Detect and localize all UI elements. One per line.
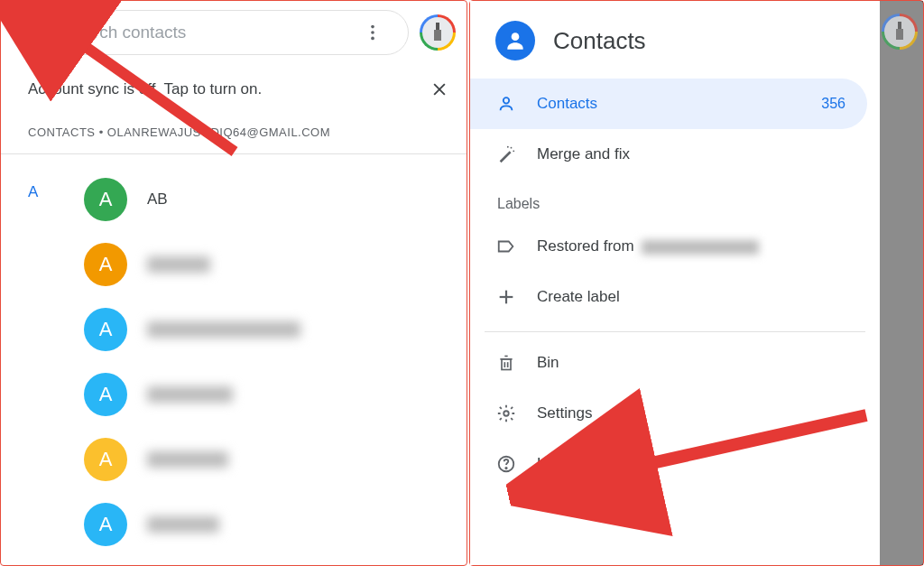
trash-icon [495, 352, 517, 374]
nav-label-restored[interactable]: Restored from [470, 221, 867, 272]
contact-row[interactable]: A [1, 232, 467, 297]
svg-rect-11 [896, 29, 903, 40]
contacts-main-view: Search contacts Account sync is off. Tap… [0, 0, 467, 566]
contact-row[interactable]: A [1, 427, 467, 492]
nav-merge-label: Merge and fix [537, 145, 845, 163]
plus-icon [495, 286, 517, 308]
svg-point-5 [371, 37, 374, 41]
svg-point-4 [371, 31, 374, 34]
contact-avatar: A [84, 373, 127, 416]
contact-name-redacted [147, 386, 233, 403]
svg-rect-19 [502, 359, 511, 370]
nav-bin-label: Bin [537, 354, 845, 372]
contact-name-redacted [147, 321, 300, 338]
contact-name-redacted [147, 516, 219, 533]
nav-bin[interactable]: Bin [470, 338, 867, 388]
sync-notice-bar[interactable]: Account sync is off. Tap to turn on. [1, 64, 467, 107]
svg-rect-7 [434, 30, 441, 41]
help-icon [495, 453, 517, 475]
nav-contacts-label: Contacts [537, 95, 801, 113]
sync-message: Account sync is off. Tap to turn on. [28, 80, 262, 98]
svg-point-12 [512, 32, 520, 41]
svg-point-3 [371, 25, 374, 29]
contact-avatar: A [84, 438, 127, 481]
svg-point-24 [504, 411, 509, 416]
search-bar-row: Search contacts [1, 1, 467, 64]
nav-help-label: Help & feedback [537, 455, 845, 473]
nav-contacts-count: 356 [821, 96, 845, 112]
svg-point-15 [513, 150, 514, 152]
scrim-overlay[interactable] [878, 1, 923, 565]
contact-row[interactable]: AAB [1, 167, 467, 232]
contact-name-redacted [147, 451, 228, 468]
search-pill[interactable]: Search contacts [12, 10, 409, 55]
nav-merge-fix[interactable]: Merge and fix [470, 129, 867, 180]
svg-point-26 [505, 468, 506, 469]
contact-avatar: A [84, 503, 127, 546]
contact-name: AB [147, 190, 168, 209]
contact-row[interactable]: A [1, 297, 467, 362]
contacts-app-icon [495, 21, 535, 60]
drawer-header: Contacts [470, 8, 880, 79]
hamburger-icon[interactable] [25, 22, 47, 43]
svg-point-13 [504, 97, 509, 103]
nav-settings-label: Settings [537, 404, 845, 422]
profile-avatar-dimmed [882, 14, 918, 50]
contact-row[interactable]: A [1, 492, 467, 557]
svg-point-16 [507, 146, 509, 148]
wand-icon [495, 144, 517, 165]
label-icon [495, 236, 517, 257]
drawer-title: Contacts [553, 27, 646, 55]
contact-avatar: A [84, 308, 127, 351]
labels-section-header: Labels [470, 180, 880, 221]
svg-point-14 [511, 147, 513, 149]
contact-row[interactable]: A [1, 362, 467, 427]
svg-rect-10 [898, 22, 901, 29]
nav-help[interactable]: Help & feedback [470, 439, 867, 489]
nav-contacts[interactable]: Contacts 356 [470, 79, 867, 129]
contact-avatar: A [84, 178, 127, 221]
account-line: CONTACTS • OLANREWAJUSODIQ64@GMAIL.COM [1, 107, 467, 153]
divider [485, 331, 865, 332]
contact-avatar: A [84, 243, 127, 286]
nav-drawer-view: Contacts Contacts 356 Merge and fix Labe… [469, 0, 924, 566]
person-icon [495, 93, 517, 115]
svg-rect-6 [436, 23, 439, 30]
search-placeholder: Search contacts [63, 23, 350, 42]
nav-label-restored-text: Restored from [537, 237, 845, 255]
more-vert-icon[interactable] [363, 23, 383, 42]
gear-icon [495, 403, 517, 424]
index-letter: A [28, 183, 38, 201]
close-icon[interactable] [430, 80, 448, 98]
contact-name-redacted [147, 256, 210, 273]
nav-create-label[interactable]: Create label [470, 272, 867, 322]
profile-avatar[interactable] [420, 14, 456, 51]
nav-settings[interactable]: Settings [470, 388, 867, 439]
nav-create-label-text: Create label [537, 288, 845, 306]
contacts-list: A AABAAAAA [1, 154, 467, 557]
